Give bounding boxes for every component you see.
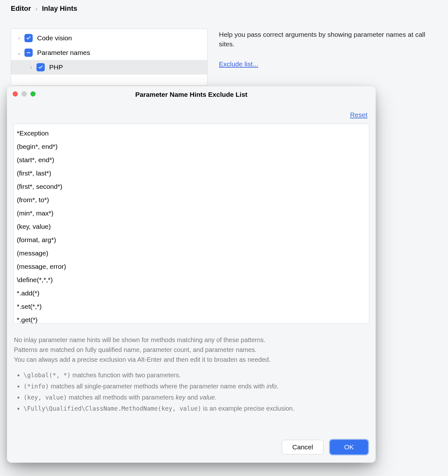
hint-code: \global(*, *) xyxy=(23,372,71,379)
tree-label: Code vision xyxy=(37,34,72,42)
exclude-list-link[interactable]: Exclude list... xyxy=(219,59,258,69)
settings-page: Editor › Inlay Hints › Code vision ⌄ Par… xyxy=(11,4,437,86)
tree-row-code-vision[interactable]: › Code vision xyxy=(11,31,207,45)
exclude-patterns-textarea[interactable]: *Exception (begin*, end*) (start*, end*)… xyxy=(13,124,369,324)
inlay-hints-tree[interactable]: › Code vision ⌄ Parameter names › xyxy=(11,29,208,86)
hint-code: (*info) xyxy=(23,383,49,390)
help-text: Help you pass correct arguments by showi… xyxy=(219,30,437,49)
checkbox-indeterminate-icon[interactable] xyxy=(24,49,33,57)
breadcrumb: Editor › Inlay Hints xyxy=(11,4,437,13)
window-close-icon[interactable] xyxy=(13,91,18,96)
breadcrumb-separator: › xyxy=(36,5,38,12)
tree-row-parameter-names[interactable]: ⌄ Parameter names xyxy=(11,45,207,60)
reset-link[interactable]: Reset xyxy=(350,111,367,119)
window-controls xyxy=(13,91,36,96)
exclude-list-dialog: Parameter Name Hints Exclude List Reset … xyxy=(7,86,376,463)
tree-label: PHP xyxy=(49,63,63,71)
dialog-title: Parameter Name Hints Exclude List xyxy=(135,91,247,98)
window-minimize-icon[interactable] xyxy=(22,91,27,96)
hint-bullet: (key, value) matches all methods with pa… xyxy=(23,393,369,402)
hint-text: No inlay parameter name hints will be sh… xyxy=(14,335,369,415)
breadcrumb-parent[interactable]: Editor xyxy=(11,4,31,13)
hint-code: \Fully\Qualified\ClassName.MethodName(ke… xyxy=(23,405,201,412)
hint-bullet: \Fully\Qualified\ClassName.MethodName(ke… xyxy=(23,404,369,413)
chevron-down-icon[interactable]: ⌄ xyxy=(16,50,23,56)
checkbox-checked-icon[interactable] xyxy=(36,63,45,71)
breadcrumb-current: Inlay Hints xyxy=(42,4,77,13)
dialog-titlebar: Parameter Name Hints Exclude List xyxy=(7,86,376,103)
help-panel: Help you pass correct arguments by showi… xyxy=(219,29,437,86)
hint-line: No inlay parameter name hints will be sh… xyxy=(14,335,369,345)
chevron-right-icon[interactable]: › xyxy=(16,35,23,41)
hint-line: Patterns are matched on fully qualified … xyxy=(14,345,369,355)
chevron-right-icon[interactable]: › xyxy=(28,64,35,70)
cancel-button[interactable]: Cancel xyxy=(282,440,323,454)
hint-line: You can always add a precise exclusion v… xyxy=(14,355,369,365)
ok-button[interactable]: OK xyxy=(330,440,368,454)
hint-bullet: \global(*, *) matches function with two … xyxy=(23,370,369,380)
hint-bullet: (*info) matches all single-parameter met… xyxy=(23,381,369,391)
window-maximize-icon[interactable] xyxy=(30,91,36,96)
tree-row-php[interactable]: › PHP xyxy=(11,60,207,75)
tree-label: Parameter names xyxy=(37,49,90,56)
hint-code: (key, value) xyxy=(23,394,67,401)
dialog-buttons: Cancel OK xyxy=(7,440,376,463)
checkbox-checked-icon[interactable] xyxy=(24,34,33,42)
